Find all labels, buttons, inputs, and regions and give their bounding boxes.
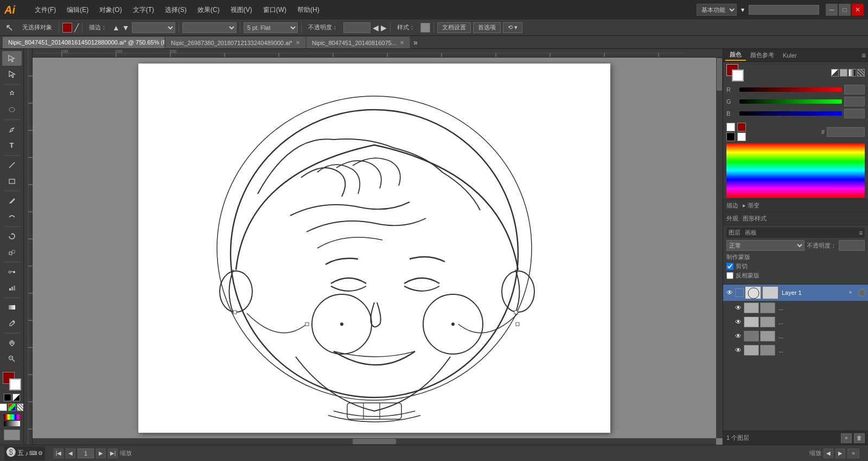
tab-close-2[interactable]: ✕	[400, 40, 404, 46]
clip-checkbox[interactable]	[726, 263, 733, 270]
layer-row-1[interactable]: 👁 Layer 1 ▸	[723, 285, 868, 301]
delete-layer-button[interactable]: 🗑	[854, 433, 865, 443]
stroke-down-arrow[interactable]: ▼	[122, 23, 130, 32]
stroke-up-arrow[interactable]: ▲	[112, 23, 120, 32]
graphic-style-label[interactable]: 图形样式	[743, 214, 767, 223]
menu-file[interactable]: 文件(F)	[30, 4, 60, 16]
canvas-area[interactable]: 100 200 300	[24, 49, 723, 445]
clip-row[interactable]: 剪切	[726, 262, 865, 270]
layer-lock-1[interactable]	[735, 288, 744, 297]
selection-tool[interactable]	[2, 51, 22, 66]
zoom-tool[interactable]	[2, 352, 22, 367]
nav-first-button[interactable]: |◀	[54, 449, 63, 458]
smooth-tool[interactable]	[2, 209, 22, 224]
close-button[interactable]: ✕	[852, 4, 864, 16]
r-value-input[interactable]	[844, 85, 865, 94]
layer-panel-menu[interactable]: ≡	[859, 229, 863, 237]
style-swatch[interactable]	[420, 23, 430, 33]
search-input[interactable]	[749, 5, 819, 15]
fill-color-swatch[interactable]	[62, 23, 72, 33]
eyedropper-tool[interactable]	[2, 316, 22, 331]
tab-close-1[interactable]: ✕	[296, 40, 300, 46]
stroke-style-select[interactable]: 5 pt. Flat	[244, 22, 298, 33]
solid-icon[interactable]	[840, 69, 847, 77]
minimize-button[interactable]: ─	[826, 4, 838, 16]
rect-tool[interactable]	[2, 174, 22, 188]
invert-mask-row[interactable]: 反相蒙版	[726, 271, 865, 280]
pencil-tool[interactable]	[2, 193, 22, 208]
opacity-input[interactable]: 100%	[343, 22, 371, 33]
pen-tool[interactable]	[2, 122, 22, 137]
tab-2[interactable]: Nipic_8047451_20140816075... ✕	[306, 36, 410, 48]
white-swatch[interactable]	[726, 123, 735, 131]
gradient-section-label[interactable]: ▸ 渐变	[743, 201, 760, 210]
b-slider[interactable]	[739, 111, 842, 116]
make-mask-row[interactable]: 制作蒙版	[726, 253, 865, 261]
tabs-overflow-button[interactable]: »	[410, 38, 421, 47]
gradient-tool[interactable]	[2, 300, 22, 315]
color-swatch-2[interactable]	[737, 123, 746, 131]
menu-edit[interactable]: 编辑(E)	[62, 4, 93, 16]
stroke-width-select[interactable]	[182, 22, 237, 33]
tab-1[interactable]: Nipic_26987380_20180712133240489000.ai* …	[165, 36, 306, 48]
scroll-left-button[interactable]: ◀	[824, 449, 833, 458]
opacity-arrow[interactable]: ◀	[373, 23, 379, 32]
color-spectrum[interactable]	[726, 143, 865, 198]
g-value-input[interactable]	[844, 97, 865, 106]
layer-eye-1[interactable]: 👁	[725, 288, 734, 297]
menu-type[interactable]: 文字(T)	[129, 4, 158, 16]
g-slider[interactable]	[739, 99, 842, 104]
doc-settings-button[interactable]: 文档设置	[437, 22, 471, 33]
black-swatch[interactable]	[726, 132, 735, 141]
menu-view[interactable]: 视图(V)	[226, 4, 257, 16]
stroke-color-select[interactable]	[132, 22, 175, 33]
nav-prev-button[interactable]: ◀	[66, 449, 75, 458]
vertical-scrollbar[interactable]	[716, 58, 723, 438]
hand-tool[interactable]	[2, 336, 22, 350]
sub-eye-2[interactable]: 👁	[734, 318, 743, 326]
sub-layer-row-4[interactable]: 👁 ...	[723, 343, 868, 357]
r-slider[interactable]	[739, 87, 842, 92]
kuler-tab[interactable]: Kuler	[778, 51, 801, 60]
gradient-icon[interactable]	[848, 69, 856, 77]
sub-eye-4[interactable]: 👁	[734, 346, 743, 355]
horizontal-scrollbar-thumb[interactable]	[353, 439, 396, 444]
hex-color-input[interactable]	[827, 127, 865, 137]
pattern-icon[interactable]	[857, 69, 865, 77]
no-fill-icon[interactable]	[831, 69, 839, 77]
magic-wand-tool[interactable]	[2, 87, 22, 102]
opacity-arrow-right[interactable]: ▶	[381, 23, 387, 32]
artboard[interactable]	[138, 64, 610, 433]
type-tool[interactable]: T	[2, 138, 22, 153]
menu-help[interactable]: 帮助(H)	[293, 4, 324, 16]
menu-select[interactable]: 选择(S)	[161, 4, 191, 16]
sub-layer-row-3[interactable]: 👁 ...	[723, 329, 868, 343]
nav-last-button[interactable]: ▶|	[108, 449, 118, 458]
invert-mask-checkbox[interactable]	[726, 272, 733, 279]
none-color-icon[interactable]	[0, 403, 7, 411]
sub-layer-row-1[interactable]: 👁 ...	[723, 301, 868, 315]
blend-tool[interactable]	[2, 264, 22, 279]
sub-eye-3[interactable]: 👁	[734, 332, 743, 340]
swap-colors-icon[interactable]	[12, 394, 20, 401]
line-tool[interactable]	[2, 158, 22, 173]
preferences-button[interactable]: 首选项	[473, 22, 501, 33]
canvas-background[interactable]	[33, 58, 716, 438]
lasso-tool[interactable]	[2, 103, 22, 117]
scroll-right-button[interactable]: ▶	[835, 449, 845, 458]
workspace-selector[interactable]: 基本功能	[697, 4, 737, 16]
graph-tool[interactable]	[2, 280, 22, 295]
color-swatch-3[interactable]	[737, 132, 746, 141]
horizontal-scrollbar[interactable]	[33, 438, 716, 445]
tab-0[interactable]: Nipic_8047451_20140816145012880000.ai* @…	[2, 36, 165, 48]
stroke-color[interactable]	[9, 378, 21, 390]
b-value-input[interactable]	[844, 109, 865, 118]
scale-tool[interactable]	[2, 245, 22, 260]
nav-next-button[interactable]: ▶	[96, 449, 106, 458]
color-tab[interactable]: 颜色	[725, 49, 746, 61]
color-reference-tab[interactable]: 颜色参考	[746, 50, 778, 60]
gradient-color-icon[interactable]	[8, 403, 16, 411]
layers-tab-label[interactable]: 图层	[729, 229, 741, 237]
canvas-rotate-button[interactable]: ⟲ ▾	[503, 22, 522, 33]
menu-object[interactable]: 对象(O)	[95, 4, 126, 16]
